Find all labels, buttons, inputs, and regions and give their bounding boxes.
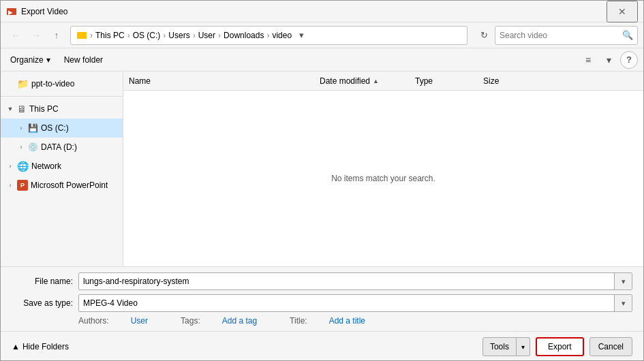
- save-as-input-wrapper[interactable]: ▾: [78, 294, 632, 312]
- tags-label: Tags:: [181, 316, 200, 326]
- breadcrumb-downloads[interactable]: Downloads: [224, 31, 264, 40]
- file-name-input[interactable]: [79, 277, 614, 286]
- forward-button[interactable]: →: [27, 26, 46, 45]
- tools-area: Tools ▾: [482, 337, 530, 356]
- organize-dropdown-icon: ▾: [46, 55, 50, 65]
- breadcrumb-dropdown-button[interactable]: ▾: [294, 29, 308, 42]
- save-as-row: Save as type: ▾: [12, 294, 632, 312]
- sidebar-item-label: ppt-to-video: [31, 79, 74, 89]
- back-button[interactable]: ←: [6, 26, 25, 45]
- authors-label: Authors:: [78, 316, 109, 326]
- sidebar-item-powerpoint[interactable]: › P Microsoft PowerPoint: [1, 176, 123, 195]
- expand-icon-this-pc: ▼: [6, 105, 14, 113]
- title-bar-title: Export Video: [21, 7, 607, 16]
- expand-icon-network: ›: [6, 162, 14, 170]
- file-name-dropdown-button[interactable]: ▾: [614, 273, 632, 289]
- view-dropdown-button[interactable]: ▾: [600, 51, 617, 69]
- close-button[interactable]: ✕: [607, 1, 638, 22]
- title-label: Title:: [290, 316, 307, 326]
- sidebar-item-data-d[interactable]: › 💿 DATA (D:): [1, 138, 123, 157]
- view-button[interactable]: ≡: [579, 51, 597, 69]
- title-value[interactable]: Add a title: [329, 316, 365, 326]
- file-area: Name Date modified ▲ Type Size No items …: [123, 72, 643, 266]
- content-area: 📁 ppt-to-video ▼ 🖥 This PC › 💾 OS (C:) ›…: [1, 72, 643, 266]
- breadcrumb-users[interactable]: Users: [168, 31, 189, 40]
- tools-dropdown-button[interactable]: ▾: [517, 337, 530, 356]
- help-button[interactable]: ?: [620, 51, 638, 69]
- save-as-input[interactable]: [79, 298, 614, 308]
- breadcrumb[interactable]: › This PC › OS (C:) › Users › User › Dow…: [70, 26, 467, 45]
- sidebar-divider: [1, 96, 123, 97]
- toolbar: Organize ▾ New folder ≡ ▾ ?: [1, 48, 643, 72]
- network-icon: 🌐: [17, 161, 29, 172]
- authors-value[interactable]: User: [131, 316, 148, 326]
- search-input[interactable]: [500, 31, 619, 40]
- organize-button[interactable]: Organize ▾: [6, 51, 55, 69]
- drive-icon-d: 💿: [28, 142, 38, 152]
- hide-folders-button[interactable]: ▲ Hide Folders: [12, 342, 69, 351]
- breadcrumb-os[interactable]: OS (C:): [133, 31, 161, 40]
- breadcrumb-this-pc[interactable]: This PC: [95, 31, 125, 40]
- sidebar-item-this-pc[interactable]: ▼ 🖥 This PC: [1, 99, 123, 119]
- breadcrumb-user[interactable]: User: [198, 31, 215, 40]
- file-name-input-wrapper[interactable]: ▾: [78, 272, 632, 290]
- sidebar: 📁 ppt-to-video ▼ 🖥 This PC › 💾 OS (C:) ›…: [1, 72, 123, 266]
- nav-bar: ← → ↑ › This PC › OS (C:) › Users › User…: [1, 22, 643, 48]
- metadata-row: Authors: User Tags: Add a tag Title: Add…: [12, 316, 632, 326]
- file-name-label: File name:: [12, 277, 73, 286]
- sidebar-label-data: DATA (D:): [41, 142, 77, 152]
- hide-folders-icon: ▲: [12, 342, 20, 351]
- computer-icon: 🖥: [17, 104, 27, 114]
- file-empty-message: No items match your search.: [123, 91, 643, 266]
- save-as-label: Save as type:: [12, 298, 73, 308]
- sort-icon: ▲: [373, 78, 379, 84]
- search-icon: 🔍: [622, 30, 633, 40]
- expand-icon-data: ›: [17, 143, 25, 151]
- folder-icon: 📁: [17, 78, 29, 89]
- sidebar-label-ppt: Microsoft PowerPoint: [31, 180, 108, 190]
- sidebar-item-ppt-to-video[interactable]: 📁 ppt-to-video: [1, 74, 123, 93]
- breadcrumb-item: [76, 30, 87, 41]
- sidebar-label-network: Network: [31, 161, 61, 171]
- expand-icon-os: ›: [17, 124, 25, 132]
- cancel-button[interactable]: Cancel: [589, 337, 632, 356]
- sidebar-item-os-c[interactable]: › 💾 OS (C:): [1, 119, 123, 138]
- col-type-header[interactable]: Type: [415, 76, 483, 86]
- sidebar-label-this-pc: This PC: [29, 104, 59, 114]
- title-bar: ▶ Export Video ✕: [1, 1, 643, 22]
- svg-rect-2: [77, 32, 87, 39]
- save-as-dropdown-button[interactable]: ▾: [614, 295, 632, 311]
- expand-icon: [6, 80, 14, 88]
- drive-icon-c: 💾: [28, 123, 38, 133]
- sidebar-item-network[interactable]: › 🌐 Network: [1, 157, 123, 176]
- title-bar-icon: ▶: [6, 6, 17, 17]
- toolbar-right: ≡ ▾ ?: [579, 51, 638, 69]
- breadcrumb-video[interactable]: video: [272, 31, 292, 40]
- col-size-header[interactable]: Size: [483, 76, 638, 86]
- bottom-form: File name: ▾ Save as type: ▾ Authors: Us…: [1, 266, 643, 331]
- tools-button[interactable]: Tools: [482, 337, 517, 356]
- search-box[interactable]: 🔍: [495, 26, 638, 45]
- sidebar-label-os: OS (C:): [41, 123, 69, 133]
- refresh-button[interactable]: ↻: [474, 26, 493, 45]
- file-name-row: File name: ▾: [12, 272, 632, 290]
- export-video-dialog: ▶ Export Video ✕ ← → ↑ › This PC › OS (C…: [0, 0, 644, 361]
- file-header: Name Date modified ▲ Type Size: [123, 72, 643, 91]
- action-bar: ▲ Hide Folders Tools ▾ Export Cancel: [1, 331, 643, 360]
- col-date-header[interactable]: Date modified ▲: [320, 76, 415, 86]
- powerpoint-icon: P: [17, 180, 28, 191]
- col-name-header[interactable]: Name: [129, 76, 320, 86]
- expand-icon-ppt: ›: [6, 181, 14, 189]
- export-button[interactable]: Export: [536, 337, 584, 356]
- tags-value[interactable]: Add a tag: [222, 316, 257, 326]
- svg-text:▶: ▶: [8, 10, 13, 16]
- new-folder-button[interactable]: New folder: [60, 51, 107, 69]
- up-button[interactable]: ↑: [47, 26, 66, 45]
